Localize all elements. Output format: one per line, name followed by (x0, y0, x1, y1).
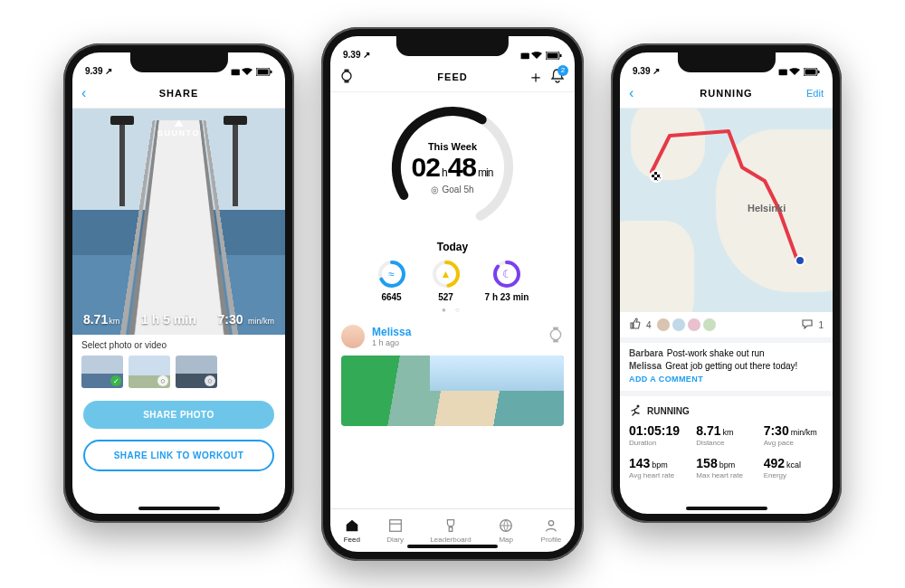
end-point-icon (795, 255, 805, 266)
stat-distance: 8.71km (83, 311, 119, 327)
route-path (620, 109, 833, 312)
runner-icon (629, 403, 642, 418)
wifi-icon (242, 68, 252, 76)
avatar (341, 325, 365, 348)
bell-icon[interactable]: 2 (549, 68, 566, 86)
svg-rect-4 (548, 52, 558, 58)
comments-count[interactable]: 1 (801, 318, 824, 332)
signal-icon (778, 67, 786, 76)
comment-icon (801, 318, 814, 332)
post-author: Melissa (372, 326, 540, 338)
feed-post-header[interactable]: Melissa 1 h ago (330, 318, 575, 352)
mini-sleep[interactable]: ☾ 7 h 23 min (485, 259, 529, 302)
page-title: SHARE (159, 88, 199, 99)
status-time: 9.39 ↗ (633, 66, 660, 76)
moon-icon: ☾ (491, 259, 522, 289)
battery-icon (256, 68, 272, 76)
comment-line: BarbaraPost-work shake out run (629, 348, 824, 358)
post-time: 1 h ago (372, 338, 540, 347)
status-time: 9.39 ↗ (343, 50, 370, 60)
status-time: 9.39 ↗ (85, 66, 112, 76)
route-map[interactable]: Helsinki (620, 109, 833, 312)
weekly-progress-ring: This Week 02h48min ◎Goal 5h (385, 100, 520, 235)
battery-icon (546, 52, 562, 60)
tab-diary[interactable]: Diary (386, 517, 404, 544)
stats-grid: 01:05:19Duration 8.71kmDistance 7:30min/… (620, 420, 833, 488)
check-icon: ✓ (110, 375, 121, 386)
svg-rect-19 (553, 340, 558, 343)
svg-point-17 (550, 329, 560, 339)
mini-calories[interactable]: ▲ 527 (431, 259, 462, 302)
thumbnail[interactable]: ○ (129, 356, 170, 388)
wifi-icon (789, 68, 800, 76)
flame-icon: ▲ (431, 259, 462, 289)
svg-rect-5 (560, 54, 562, 57)
select-photo-label: Select photo or video (72, 335, 285, 352)
stat-maxhr: 158bpmMax heart rate (696, 456, 756, 479)
map-city-label: Helsinki (748, 203, 786, 213)
feed-post-image[interactable] (341, 356, 564, 426)
start-flag-icon (650, 170, 662, 183)
thumbs-up-icon (629, 318, 642, 332)
avatar (687, 318, 701, 332)
navbar: ‹ RUNNING Edit (620, 78, 833, 109)
edit-button[interactable]: Edit (806, 88, 824, 99)
add-comment-button[interactable]: ADD A COMMENT (629, 375, 824, 384)
phone-running: 9.39 ↗ ‹ RUNNING Edit Helsinki (611, 43, 842, 523)
avatar (702, 318, 717, 332)
svg-rect-2 (271, 71, 272, 73)
target-icon: ◎ (431, 185, 439, 194)
stat-pace: 7:30 min/km (218, 311, 274, 327)
svg-rect-25 (805, 69, 816, 74)
stat-avghr: 143bpmAvg heart rate (629, 456, 689, 479)
add-icon[interactable]: ＋ (528, 66, 544, 88)
tab-map[interactable]: Map (498, 517, 514, 544)
mini-steps[interactable]: ≈ 6645 (376, 259, 407, 302)
brand-logo: SUUNTO (157, 119, 200, 138)
comments-section: BarbaraPost-work shake out run MelissaGr… (620, 343, 833, 396)
add-icon: ○ (157, 375, 168, 386)
week-label: This Week (428, 141, 477, 152)
avatar (656, 318, 671, 332)
stat-duration: 01:05:19Duration (629, 423, 689, 447)
stat-distance: 8.71kmDistance (696, 423, 756, 447)
share-photo-preview: SUUNTO 8.71km 1 h 5 min 7:30 min/km (72, 109, 285, 335)
navbar: FEED ＋ 2 (330, 62, 575, 92)
share-link-button[interactable]: SHARE LINK TO WORKOUT (83, 440, 274, 471)
photo-thumbnails: ✓ ○ ○ (72, 352, 285, 395)
svg-rect-26 (818, 71, 820, 73)
tab-profile[interactable]: Profile (541, 517, 562, 544)
navbar: ‹ SHARE (72, 78, 285, 109)
likes-row[interactable]: 4 (629, 318, 717, 332)
thumbnail[interactable]: ○ (176, 356, 217, 388)
back-icon[interactable]: ‹ (81, 85, 86, 101)
svg-point-23 (548, 521, 553, 526)
tab-feed[interactable]: Feed (344, 517, 360, 544)
running-section-header: RUNNING (620, 396, 833, 420)
signal-icon (520, 51, 528, 60)
phone-share: 9.39 ↗ ‹ SHARE (63, 43, 294, 523)
svg-rect-18 (553, 327, 558, 330)
svg-rect-7 (345, 69, 349, 71)
steps-icon: ≈ (376, 259, 407, 289)
svg-rect-20 (389, 520, 401, 532)
tab-leaderboard[interactable]: Leaderboard (430, 517, 471, 544)
page-dots: ● ○ (442, 306, 463, 314)
avatar (672, 318, 686, 332)
stat-energy: 492kcalEnergy (764, 456, 824, 479)
signal-icon (231, 67, 238, 76)
svg-rect-1 (258, 69, 269, 74)
thumbnail[interactable]: ✓ (81, 356, 123, 388)
back-icon[interactable]: ‹ (629, 85, 634, 101)
notification-badge: 2 (557, 65, 568, 76)
svg-rect-8 (345, 81, 349, 83)
svg-point-6 (342, 71, 351, 81)
add-icon: ○ (205, 375, 215, 386)
page-title: FEED (437, 71, 467, 82)
watch-icon[interactable] (339, 69, 354, 85)
comment-line: MelissaGreat job getting out there today… (629, 361, 824, 371)
page-title: RUNNING (700, 88, 752, 99)
stat-duration: 1 h 5 min (141, 311, 196, 327)
battery-icon (804, 68, 820, 76)
share-photo-button[interactable]: SHARE PHOTO (83, 401, 274, 429)
